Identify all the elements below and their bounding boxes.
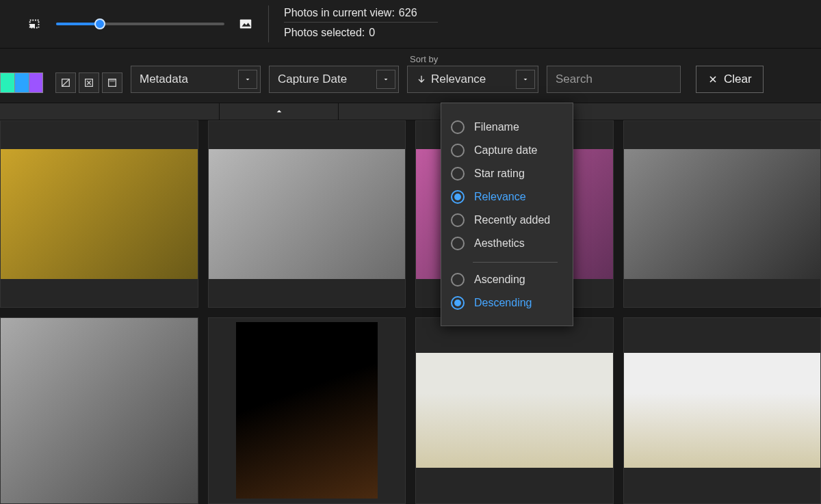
- metadata-combo[interactable]: Metadata: [131, 66, 261, 93]
- panel-splitter[interactable]: [0, 103, 821, 120]
- thumbnail-cell[interactable]: [623, 120, 822, 308]
- status-view-label: Photos in current view:: [284, 7, 395, 19]
- radio-icon: [451, 144, 465, 157]
- thumbnail-cell[interactable]: [415, 317, 614, 505]
- thumb-large-icon[interactable]: [238, 16, 253, 31]
- sort-option-label: Capture date: [474, 144, 538, 157]
- thumbnail-grid: [0, 120, 821, 504]
- color-label-filter[interactable]: [0, 72, 43, 93]
- thumbnail-cell[interactable]: [623, 317, 822, 505]
- thumbnail-cell[interactable]: [0, 120, 198, 308]
- radio-icon: [451, 120, 465, 134]
- sort-option-label: Recently added: [474, 214, 550, 226]
- top-bar: Photos in current view: 626 Photos selec…: [0, 0, 821, 48]
- metadata-combo-label: Metadata: [140, 72, 188, 86]
- radio-icon: [451, 213, 465, 227]
- svg-rect-2: [240, 20, 252, 29]
- sort-option-label: Star rating: [474, 168, 525, 180]
- flag-reject-button[interactable]: [79, 72, 99, 93]
- sort-option-label: Filename: [474, 121, 519, 133]
- sort-order-asc[interactable]: Ascending: [441, 268, 573, 291]
- status-view-count: 626: [399, 7, 417, 19]
- color-chip-blue[interactable]: [14, 72, 29, 93]
- svg-rect-1: [30, 24, 35, 28]
- radio-icon: [451, 190, 465, 204]
- chevron-down-icon: [516, 70, 535, 89]
- status-selected-label: Photos selected:: [284, 27, 365, 39]
- sort-option-filename[interactable]: Filename: [441, 116, 573, 139]
- color-chip-cyan[interactable]: [0, 72, 14, 93]
- sort-by-current: Relevance: [431, 72, 486, 86]
- collapse-handle[interactable]: [219, 103, 339, 120]
- clear-button[interactable]: Clear: [696, 66, 764, 93]
- sort-option-capture[interactable]: Capture date: [441, 139, 573, 162]
- divider: [268, 5, 269, 42]
- arrow-down-icon: [416, 74, 427, 85]
- sort-option-recent[interactable]: Recently added: [441, 209, 573, 232]
- flag-none-button[interactable]: [55, 72, 76, 93]
- sort-option-aesthetics[interactable]: Aesthetics: [441, 232, 573, 255]
- thumbnail-cell[interactable]: [208, 317, 406, 505]
- capture-date-combo[interactable]: Capture Date: [269, 66, 399, 93]
- sort-by-label: Sort by: [407, 54, 538, 64]
- radio-icon: [451, 273, 465, 287]
- color-chip-purple[interactable]: [29, 72, 43, 93]
- separator: [473, 262, 558, 263]
- filter-toolbar: . . Metadata . Capture Date S: [0, 48, 821, 103]
- radio-icon: [451, 167, 465, 181]
- sort-option-label: Aesthetics: [474, 237, 525, 250]
- sort-by-combo[interactable]: Relevance: [407, 66, 538, 93]
- sort-option-label: Descending: [474, 297, 532, 309]
- thumb-small-icon[interactable]: [27, 16, 42, 31]
- thumbnail-cell[interactable]: [208, 120, 406, 308]
- sort-order-desc[interactable]: Descending: [441, 291, 573, 315]
- status-selected-count: 0: [369, 27, 375, 39]
- close-icon: [707, 74, 718, 85]
- sort-dropdown-menu: FilenameCapture dateStar ratingRelevance…: [441, 103, 573, 326]
- search-placeholder: Search: [556, 72, 592, 86]
- sort-option-label: Ascending: [474, 274, 525, 286]
- chevron-down-icon: [376, 70, 395, 89]
- thumbnail-size-slider[interactable]: [56, 23, 224, 25]
- search-input[interactable]: Search: [547, 66, 681, 93]
- sort-option-star[interactable]: Star rating: [441, 162, 573, 185]
- sort-option-relevance[interactable]: Relevance: [441, 185, 573, 209]
- chevron-up-icon: [274, 106, 285, 117]
- chevron-down-icon: [238, 70, 257, 89]
- flag-filter-group: [55, 72, 122, 93]
- sort-option-label: Relevance: [474, 191, 526, 203]
- capture-date-combo-label: Capture Date: [278, 72, 347, 86]
- radio-icon: [451, 296, 465, 310]
- clear-button-label: Clear: [724, 72, 752, 86]
- flag-pick-button[interactable]: [102, 72, 122, 93]
- thumbnail-cell[interactable]: [0, 317, 198, 505]
- status-block: Photos in current view: 626 Photos selec…: [284, 7, 438, 41]
- radio-icon: [451, 237, 465, 250]
- thumbnail-size-control: [27, 7, 253, 41]
